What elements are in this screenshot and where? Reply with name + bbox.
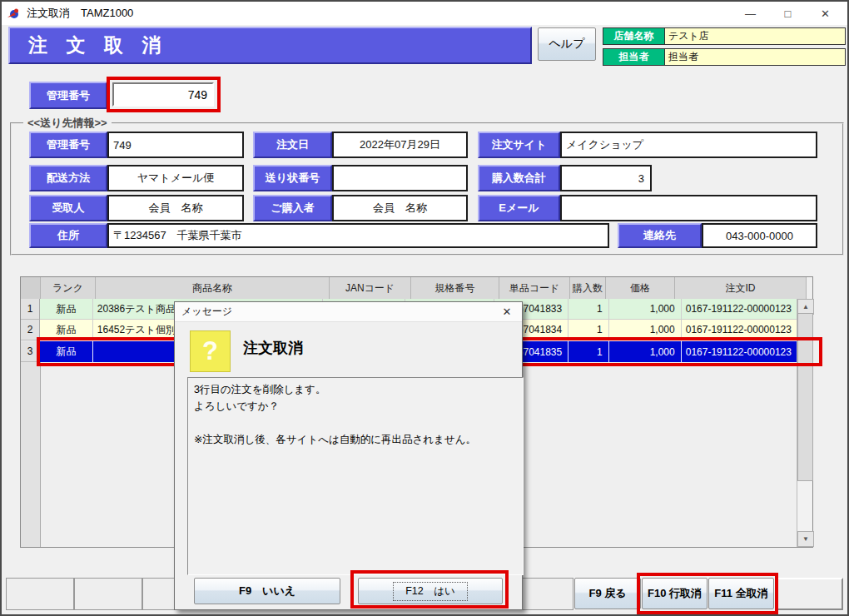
dialog-title: メッセージ (181, 305, 232, 319)
close-button[interactable]: ✕ (807, 2, 844, 25)
row-number: 3 (21, 341, 40, 362)
scrollbar-down-icon[interactable]: ▼ (797, 531, 814, 547)
help-button[interactable]: ヘルプ (538, 27, 596, 61)
slip-number-label: 送り状番号 (253, 165, 332, 191)
col-header-code[interactable]: 単品コード (499, 277, 570, 300)
staff-label: 担当者 (603, 49, 665, 65)
col-header-product-name[interactable]: 商品名称 (96, 277, 330, 300)
cell-qty: 1 (568, 320, 608, 340)
back-button[interactable]: F9 戻る (574, 578, 641, 609)
corner-header-cell (21, 277, 41, 300)
cell-rank: 新品 (40, 299, 93, 320)
footer-empty-cell (6, 578, 74, 610)
staff-row: 担当者 担当者 (603, 48, 846, 66)
window-title: 注文取消 TAMZ1000 (27, 6, 133, 21)
shipping-info-group-title: <<送り先情報>> (23, 116, 112, 131)
order-date-value: 2022年07月29日 (332, 132, 468, 158)
col-header-rank[interactable]: ランク (41, 277, 96, 300)
control-number-label: 管理番号 (29, 82, 107, 109)
cell-qty: 1 (568, 299, 608, 320)
buyer-value: 会員 名称 (332, 195, 468, 221)
yes-button[interactable]: F12 はい (358, 578, 503, 604)
col-header-price[interactable]: 価格 (606, 277, 675, 300)
dialog-message: 3行目の注文を削除します。 よろしいですか？ ※注文取消し後、各サイトへは自動的… (187, 377, 524, 575)
receiver-value: 会員 名称 (107, 195, 244, 221)
app-window: 注文取消 TAMZ1000 — □ ✕ 注 文 取 消 ヘルプ 店舗名称 テスト… (0, 0, 849, 616)
store-name-label: 店舗名称 (603, 28, 665, 44)
qty-total-value: 3 (560, 165, 652, 191)
receiver-label: 受取人 (29, 195, 107, 221)
dialog-heading: 注文取消 (243, 338, 303, 358)
window-titlebar: 注文取消 TAMZ1000 — □ ✕ (2, 2, 847, 25)
buyer-label: ご購入者 (253, 195, 332, 221)
page-title-banner: 注 文 取 消 (8, 27, 532, 64)
order-site-value: メイクショップ (560, 132, 817, 158)
dialog-titlebar: メッセージ (175, 302, 522, 322)
order-site-label: 注文サイト (478, 132, 560, 158)
no-button[interactable]: F9 いいえ (194, 578, 340, 604)
contact-value: 043-000-0000 (702, 223, 817, 248)
delivery-method-value: ヤマトメール便 (107, 165, 244, 191)
store-name-value: テスト店 (665, 28, 845, 44)
email-label: Eメール (478, 195, 560, 221)
yes-button-label: F12 はい (393, 582, 468, 601)
cell-price: 1,000 (609, 320, 682, 340)
store-name-row: 店舗名称 テスト店 (603, 27, 846, 45)
app-icon (7, 7, 20, 20)
staff-value: 担当者 (665, 49, 845, 65)
kanri-value: 749 (107, 132, 244, 158)
all-cancel-button[interactable]: F11 全取消 (708, 578, 774, 609)
kanri-label: 管理番号 (29, 132, 107, 158)
slip-number-value (332, 165, 468, 191)
cell-rank: 新品 (40, 341, 93, 362)
col-header-jan[interactable]: JANコード (330, 277, 411, 300)
footer-empty-cell (775, 578, 843, 610)
row-number: 1 (21, 299, 40, 320)
cell-order-id: 0167-191122-00000123 (682, 299, 812, 320)
maximize-button[interactable]: □ (769, 2, 807, 25)
cell-order-id: 0167-191122-00000123 (682, 341, 812, 362)
address-value: 〒1234567 千葉県千葉市 (107, 223, 609, 248)
email-value (560, 195, 817, 221)
order-date-label: 注文日 (253, 132, 332, 158)
table-header-row: ランク 商品名称 JANコード 規格番号 単品コード 購入数 価格 注文ID (21, 277, 812, 299)
cell-qty: 1 (568, 341, 608, 362)
minimize-button[interactable]: — (732, 2, 769, 25)
scrollbar-thumb[interactable] (797, 313, 813, 481)
row-number: 2 (21, 320, 40, 340)
contact-label: 連絡先 (618, 223, 702, 248)
table-scrollbar[interactable]: ▲ ▼ (797, 299, 812, 547)
col-header-qty[interactable]: 購入数 (570, 277, 606, 300)
delivery-method-label: 配送方法 (29, 165, 107, 191)
dialog-close-icon[interactable]: ✕ (492, 302, 522, 321)
control-number-input[interactable] (112, 82, 214, 107)
row-header-filler (21, 362, 41, 547)
cell-order-id: 0167-191122-00000123 (682, 320, 812, 340)
cell-price: 1,000 (609, 299, 682, 320)
cell-price: 1,000 (609, 341, 682, 362)
no-button-label: F9 いいえ (239, 584, 295, 599)
address-label: 住所 (29, 223, 107, 248)
qty-total-label: 購入数合計 (478, 165, 560, 191)
message-dialog: メッセージ ✕ ? 注文取消 3行目の注文を削除します。 よろしいですか？ ※注… (174, 301, 523, 610)
col-header-kikaku[interactable]: 規格番号 (411, 277, 499, 300)
footer-empty-cell (74, 578, 142, 610)
row-cancel-button[interactable]: F10 行取消 (642, 578, 708, 609)
col-header-order-id[interactable]: 注文ID (675, 277, 807, 300)
question-icon: ? (190, 330, 231, 372)
cell-rank: 新品 (40, 320, 93, 340)
